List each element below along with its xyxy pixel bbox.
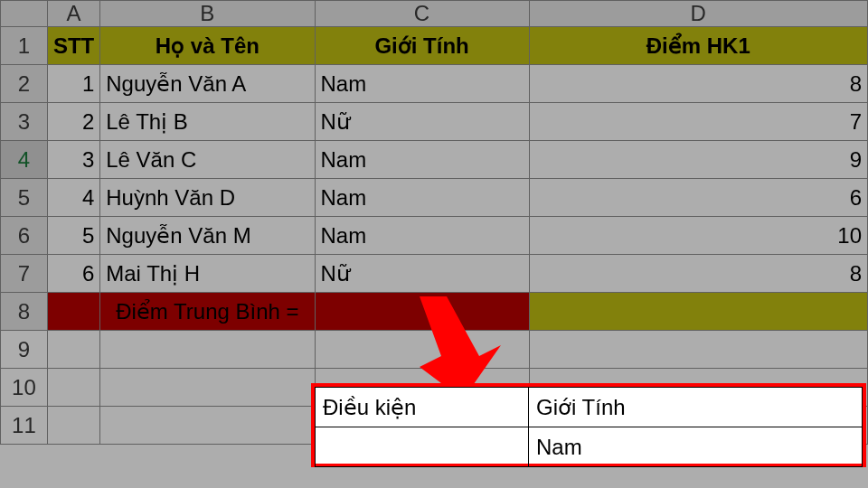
select-all-corner[interactable] [1, 1, 48, 27]
cell-a10[interactable] [47, 369, 99, 407]
cell-d4[interactable]: 9 [529, 141, 867, 179]
row-header-8[interactable]: 8 [1, 293, 48, 331]
criteria-label[interactable]: Điều kiện [316, 388, 529, 427]
row-header-5[interactable]: 5 [1, 179, 48, 217]
cell-b11[interactable] [100, 407, 315, 445]
row-header-9[interactable]: 9 [1, 331, 48, 369]
col-header-c[interactable]: C [315, 1, 529, 27]
col-header-a[interactable]: A [47, 1, 99, 27]
criteria-blank[interactable] [316, 427, 529, 467]
cell-b7[interactable]: Mai Thị H [100, 255, 315, 293]
row-header-2[interactable]: 2 [1, 65, 48, 103]
cell-b8-avglabel[interactable]: Điểm Trung Bình = [100, 293, 315, 331]
table-row: 4 3 Lê Văn C Nam 9 [1, 141, 868, 179]
row-header-3[interactable]: 3 [1, 103, 48, 141]
row-header-11[interactable]: 11 [1, 407, 48, 445]
cell-a3[interactable]: 2 [47, 103, 99, 141]
table-row: 7 6 Mai Thị H Nữ 8 [1, 255, 868, 293]
table-row: 3 2 Lê Thị B Nữ 7 [1, 103, 868, 141]
cell-d3[interactable]: 7 [529, 103, 867, 141]
cell-a5[interactable]: 4 [47, 179, 99, 217]
row-header-4[interactable]: 4 [1, 141, 48, 179]
cell-a7[interactable]: 6 [47, 255, 99, 293]
cell-a2[interactable]: 1 [47, 65, 99, 103]
cell-a9[interactable] [47, 331, 99, 369]
cell-b5[interactable]: Huỳnh Văn D [100, 179, 315, 217]
cell-b1[interactable]: Họ và Tên [100, 27, 315, 65]
cell-d8[interactable] [529, 293, 867, 331]
col-header-b[interactable]: B [100, 1, 315, 27]
cell-d1[interactable]: Điểm HK1 [529, 27, 867, 65]
cell-c5[interactable]: Nam [315, 179, 529, 217]
cell-c1[interactable]: Giới Tính [315, 27, 529, 65]
cell-c4[interactable]: Nam [315, 141, 529, 179]
col-header-d[interactable]: D [529, 1, 867, 27]
cell-a11[interactable] [47, 407, 99, 445]
table-row: 2 1 Nguyễn Văn A Nam 8 [1, 65, 868, 103]
row-header-7[interactable]: 7 [1, 255, 48, 293]
cell-a8[interactable] [47, 293, 99, 331]
table-row: 5 4 Huỳnh Văn D Nam 6 [1, 179, 868, 217]
cell-d2[interactable]: 8 [529, 65, 867, 103]
criteria-column[interactable]: Giới Tính [529, 388, 863, 427]
cell-b9[interactable] [100, 331, 315, 369]
criteria-box: Điều kiện Giới Tính Nam [311, 383, 866, 467]
row-header-6[interactable]: 6 [1, 217, 48, 255]
cell-b10[interactable] [100, 369, 315, 407]
cell-a4[interactable]: 3 [47, 141, 99, 179]
cell-d6[interactable]: 10 [529, 217, 867, 255]
table-row: 6 5 Nguyễn Văn M Nam 10 [1, 217, 868, 255]
row-header-1[interactable]: 1 [1, 27, 48, 65]
cell-c3[interactable]: Nữ [315, 103, 529, 141]
cell-b6[interactable]: Nguyễn Văn M [100, 217, 315, 255]
criteria-value[interactable]: Nam [529, 427, 863, 467]
cell-c7[interactable]: Nữ [315, 255, 529, 293]
cell-c6[interactable]: Nam [315, 217, 529, 255]
cell-b3[interactable]: Lê Thị B [100, 103, 315, 141]
row-header-10[interactable]: 10 [1, 369, 48, 407]
cell-d5[interactable]: 6 [529, 179, 867, 217]
cell-a1[interactable]: STT [47, 27, 99, 65]
cell-a6[interactable]: 5 [47, 217, 99, 255]
cell-d9[interactable] [529, 331, 867, 369]
cell-c2[interactable]: Nam [315, 65, 529, 103]
cell-d7[interactable]: 8 [529, 255, 867, 293]
cell-b4[interactable]: Lê Văn C [100, 141, 315, 179]
cell-b2[interactable]: Nguyễn Văn A [100, 65, 315, 103]
